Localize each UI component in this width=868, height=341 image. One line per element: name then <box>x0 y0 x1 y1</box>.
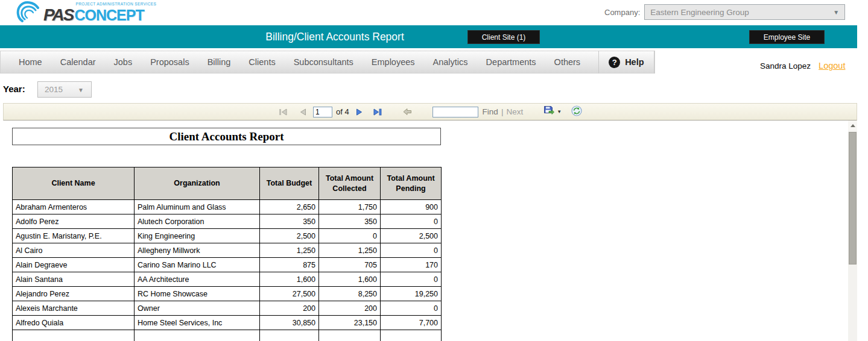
table-row: Abraham ArmenterosPalm Aluminum and Glas… <box>13 200 442 214</box>
table-cell: Palm Aluminum and Glass <box>135 200 260 214</box>
page-number-input[interactable] <box>313 107 332 117</box>
table-cell <box>381 330 442 341</box>
nav-item-billing[interactable]: Billing <box>207 57 231 67</box>
client-site-button[interactable]: Client Site (1) <box>467 30 540 44</box>
table-row: Alejandro PerezRC Home Showcase27,5008,2… <box>13 287 442 301</box>
parent-report-button[interactable] <box>402 106 413 118</box>
user-name: Sandra Lopez <box>760 61 811 70</box>
table-cell: 0 <box>381 214 442 229</box>
table-cell: Alejandro Perez <box>13 287 135 301</box>
refresh-button[interactable] <box>571 105 582 119</box>
logo-pas-text: PAS <box>43 5 74 24</box>
table-cell: Abraham Armenteros <box>13 200 135 214</box>
report-toolbar: of 4 Find | Next ▼ <box>3 103 857 120</box>
table-row: Agustin E. Maristany, P.E.King Engineeri… <box>13 229 442 243</box>
table-cell: Alfredo Quiala <box>13 316 135 330</box>
nav-item-proposals[interactable]: Proposals <box>150 57 189 67</box>
page-title: Billing/Client Accounts Report <box>265 31 404 43</box>
table-cell: Owner <box>135 301 260 316</box>
nav-item-home[interactable]: Home <box>19 57 42 67</box>
table-cell: Alain Degraeve <box>13 258 135 272</box>
table-row <box>13 330 442 341</box>
previous-page-button[interactable] <box>297 106 308 118</box>
table-header-row: Client NameOrganizationTotal BudgetTotal… <box>13 167 442 200</box>
nav-item-clients[interactable]: Clients <box>249 57 275 67</box>
export-button[interactable]: ▼ <box>543 105 562 118</box>
column-header: Total Amount Pending <box>381 167 442 200</box>
column-header: Client Name <box>13 167 135 200</box>
year-label: Year: <box>3 84 25 94</box>
search-input[interactable] <box>432 107 478 117</box>
scrollbar-thumb[interactable] <box>849 132 857 264</box>
table-row: Alain DegraeveCarino San Marino LLC87570… <box>13 258 442 272</box>
employee-site-button[interactable]: Employee Site <box>749 30 825 44</box>
help-label: Help <box>625 57 644 67</box>
table-cell: Agustin E. Maristany, P.E. <box>13 229 135 243</box>
report-scrollbar[interactable] <box>848 120 857 341</box>
main-nav: HomeCalendarJobsProposalsBillingClientsS… <box>0 51 655 74</box>
nav-item-analytics[interactable]: Analytics <box>433 57 468 67</box>
table-cell: RC Home Showcase <box>135 287 260 301</box>
table-body: Abraham ArmenterosPalm Aluminum and Glas… <box>13 200 442 341</box>
table-cell <box>135 330 260 341</box>
question-mark-icon: ? <box>609 57 620 68</box>
nav-item-calendar[interactable]: Calendar <box>60 57 96 67</box>
table-cell <box>260 330 319 341</box>
scroll-up-button[interactable] <box>848 120 857 131</box>
first-page-button[interactable] <box>278 106 289 118</box>
table-cell: 1,600 <box>260 272 319 287</box>
company-select[interactable]: Eastern Engineering Group ▼ <box>644 4 845 20</box>
report-title: Client Accounts Report <box>12 128 441 145</box>
nav-item-subconsultants[interactable]: Subconsultants <box>294 57 353 67</box>
table-cell: 200 <box>260 301 319 316</box>
top-header: PASPROJECT ADMINISTRATION SERVICESCONCEP… <box>0 0 868 25</box>
column-header: Total Budget <box>260 167 319 200</box>
table-cell: AA Architecture <box>135 272 260 287</box>
table-row: Alexeis MarchanteOwner2002000 <box>13 301 442 316</box>
nav-item-others[interactable]: Others <box>554 57 581 67</box>
company-label: Company: <box>604 8 640 17</box>
table-cell: 0 <box>381 301 442 316</box>
year-select[interactable]: 2015 ▼ <box>37 81 92 98</box>
table-cell <box>319 330 381 341</box>
table-cell: 2,500 <box>260 229 319 243</box>
company-select-value: Eastern Engineering Group <box>650 8 749 17</box>
nav-item-employees[interactable]: Employees <box>372 57 415 67</box>
table-cell: 350 <box>319 214 381 229</box>
table-cell <box>13 330 135 341</box>
logout-link[interactable]: Logout <box>819 61 845 70</box>
report-viewport: Client Accounts Report Client NameOrgani… <box>0 120 848 341</box>
table-cell: Allegheny Millwork <box>135 243 260 258</box>
year-select-value: 2015 <box>45 85 63 94</box>
table-cell: 200 <box>319 301 381 316</box>
column-header: Total Amount Collected <box>319 167 381 200</box>
table-cell: 23,150 <box>319 316 381 330</box>
logo-tagline: PROJECT ADMINISTRATION SERVICES <box>76 2 157 6</box>
table-cell: 0 <box>381 272 442 287</box>
page-count-label: of 4 <box>336 107 349 116</box>
next-page-button[interactable] <box>354 106 365 118</box>
table-cell: 2,650 <box>260 200 319 214</box>
table-row: Alfredo QuialaHome Steel Services, Inc30… <box>13 316 442 330</box>
table-cell: 350 <box>260 214 319 229</box>
next-link[interactable]: Next <box>506 107 523 116</box>
table-cell: 7,700 <box>381 316 442 330</box>
table-cell: King Engineering <box>135 229 260 243</box>
table-cell: 0 <box>319 229 381 243</box>
nav-item-jobs[interactable]: Jobs <box>114 57 133 67</box>
find-link[interactable]: Find <box>483 107 498 116</box>
table-cell: 19,250 <box>381 287 442 301</box>
nav-item-departments[interactable]: Departments <box>486 57 536 67</box>
table-cell: 1,250 <box>260 243 319 258</box>
table-row: Al CairoAllegheny Millwork1,2501,2500 <box>13 243 442 258</box>
table-cell: Home Steel Services, Inc <box>135 316 260 330</box>
table-cell: Adolfo Perez <box>13 214 135 229</box>
help-button[interactable]: ? Help <box>598 51 654 74</box>
table-cell: 875 <box>260 258 319 272</box>
chevron-down-icon: ▼ <box>833 9 839 16</box>
table-cell: 30,850 <box>260 316 319 330</box>
table-cell: 170 <box>381 258 442 272</box>
table-cell: Alutech Corporation <box>135 214 260 229</box>
last-page-button[interactable] <box>372 106 383 118</box>
banner-bar: Billing/Client Accounts Report Client Si… <box>0 25 857 48</box>
